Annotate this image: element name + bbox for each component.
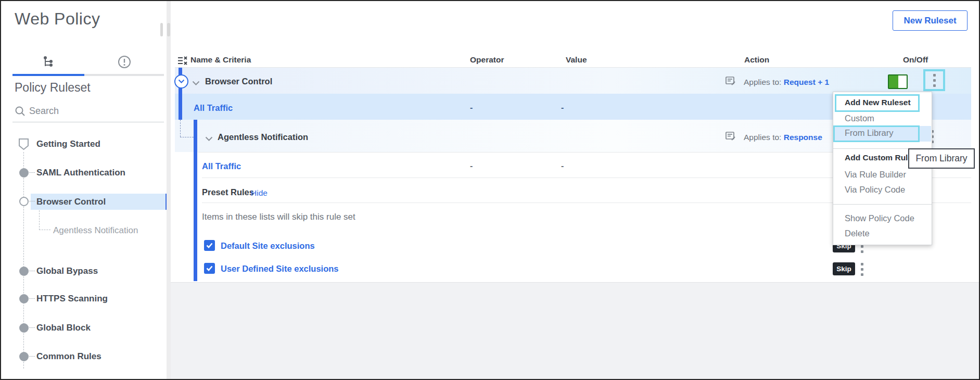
ruleset-note-icon <box>726 77 735 88</box>
content-footer-area <box>171 282 980 380</box>
bullet-icon <box>19 323 29 333</box>
column-header-action: Action <box>744 55 769 65</box>
operator-cell: - <box>470 103 473 112</box>
applies-to-link[interactable]: Response <box>784 133 822 142</box>
sidebar-item-agentless-notification[interactable]: Agentless Notification <box>53 225 138 236</box>
menu-item-add-new-ruleset[interactable]: Add New Ruleset <box>845 98 911 107</box>
bullet-dash <box>29 298 35 299</box>
rule-all-traffic-link[interactable]: All Traffic <box>202 161 241 171</box>
bullet-dash <box>29 271 35 271</box>
bullet-icon <box>19 168 29 178</box>
chevron-down-icon[interactable] <box>205 134 213 144</box>
bullet-dash <box>29 327 35 328</box>
onoff-toggle[interactable] <box>888 74 908 89</box>
kebab-focus-ring <box>923 69 945 91</box>
nested-ruleset-left-bar <box>194 120 197 281</box>
operator-cell: - <box>470 161 473 171</box>
skip-action-badge[interactable]: Skip <box>833 262 855 275</box>
menu-item-show-policy-code[interactable]: Show Policy Code <box>845 213 914 223</box>
shield-icon <box>18 138 29 153</box>
scrollbar-thumb[interactable] <box>167 23 170 36</box>
collapse-ruleset-button[interactable] <box>174 74 188 88</box>
sort-criteria-icon[interactable] <box>177 56 187 67</box>
tab-policy-tree[interactable] <box>12 52 84 76</box>
bullet-icon <box>19 294 29 303</box>
search-underline <box>12 122 164 122</box>
toggle-on-state <box>889 75 898 88</box>
bullet-dash <box>29 356 35 357</box>
bullet-icon <box>19 267 29 276</box>
sidebar-item-https-scanning[interactable]: HTTPS Scanning <box>36 294 108 304</box>
hide-link[interactable]: Hide <box>251 188 268 198</box>
applies-to-text: Applies to: Request + 1 <box>744 78 829 87</box>
tree-connector-line <box>23 152 24 369</box>
nested-connector-h <box>180 137 194 137</box>
bullet-open-icon <box>19 197 29 206</box>
sidebar-item-global-block[interactable]: Global Block <box>36 323 91 333</box>
column-header-operator: Operator <box>470 55 504 65</box>
column-header-name: Name & Criteria <box>190 55 251 65</box>
divider-grip[interactable] <box>160 23 163 36</box>
tree-child-connector-h <box>39 230 50 230</box>
value-cell: - <box>561 103 564 112</box>
new-ruleset-button[interactable]: New Ruleset <box>893 10 968 31</box>
applies-to-label: Applies to: <box>744 133 781 142</box>
search-icon <box>15 106 26 119</box>
ruleset-note-icon <box>726 132 735 143</box>
menu-item-custom[interactable]: Custom <box>845 113 874 123</box>
nested-ruleset-name: Agentless Notification <box>218 132 308 142</box>
page-title: Web Policy <box>15 9 100 29</box>
default-site-exclusions-link[interactable]: Default Site exclusions <box>221 241 315 251</box>
tab-alerts[interactable] <box>84 52 164 76</box>
alert-circle-icon <box>118 55 131 71</box>
menu-item-add-custom-rule[interactable]: Add Custom Rule <box>845 153 912 162</box>
bullet-icon <box>19 352 29 361</box>
ruleset-menu-button[interactable] <box>933 74 936 87</box>
bullet-dash <box>29 201 35 201</box>
menu-item-via-rule-builder[interactable]: Via Rule Builder <box>845 170 906 180</box>
column-header-value: Value <box>566 55 587 65</box>
column-header-onoff: On/Off <box>903 55 928 65</box>
sidebar-divider <box>167 1 171 379</box>
menu-separator <box>833 204 932 205</box>
sidebar-item-browser-control[interactable]: Browser Control <box>36 197 106 207</box>
exclusion-menu-button[interactable] <box>861 263 863 276</box>
user-defined-site-exclusions-link[interactable]: User Defined Site exclusions <box>221 264 339 274</box>
nested-connector-v <box>180 120 181 137</box>
ruleset-name: Browser Control <box>205 77 272 86</box>
menu-item-via-policy-code[interactable]: Via Policy Code <box>845 185 905 195</box>
from-library-tooltip: From Library <box>908 148 975 169</box>
tree-icon <box>42 56 55 70</box>
preset-rules-label: Preset Rules <box>202 187 254 197</box>
sidebar-item-saml-authentication[interactable]: SAML Authentication <box>36 168 125 178</box>
rule-all-traffic-link[interactable]: All Traffic <box>194 103 233 113</box>
sidebar-item-getting-started[interactable]: Getting Started <box>36 139 100 149</box>
applies-to-text: Applies to: Response <box>744 133 822 142</box>
preset-rules-description: Items in these lists will skip this rule… <box>202 212 355 222</box>
applies-to-label: Applies to: <box>744 78 781 86</box>
menu-item-from-library[interactable]: From Library <box>845 128 894 138</box>
checkbox-user-defined-site-exclusions[interactable] <box>204 263 215 274</box>
applies-to-link[interactable]: Request + 1 <box>784 78 829 86</box>
chevron-down-icon[interactable] <box>192 79 200 88</box>
tree-child-connector <box>39 210 40 230</box>
value-cell: - <box>561 161 564 171</box>
row-browser-control-bg <box>175 68 971 94</box>
menu-item-delete[interactable]: Delete <box>845 229 870 238</box>
sidebar-item-global-bypass[interactable]: Global Bypass <box>36 266 98 276</box>
search-input[interactable] <box>29 103 154 119</box>
section-title: Policy Ruleset <box>15 81 91 95</box>
sidebar-item-common-rules[interactable]: Common Rules <box>36 351 101 362</box>
web-policy-screen: Web Policy Policy Ruleset <box>0 0 980 380</box>
checkbox-default-site-exclusions[interactable] <box>204 240 215 251</box>
bullet-dash <box>29 172 35 173</box>
